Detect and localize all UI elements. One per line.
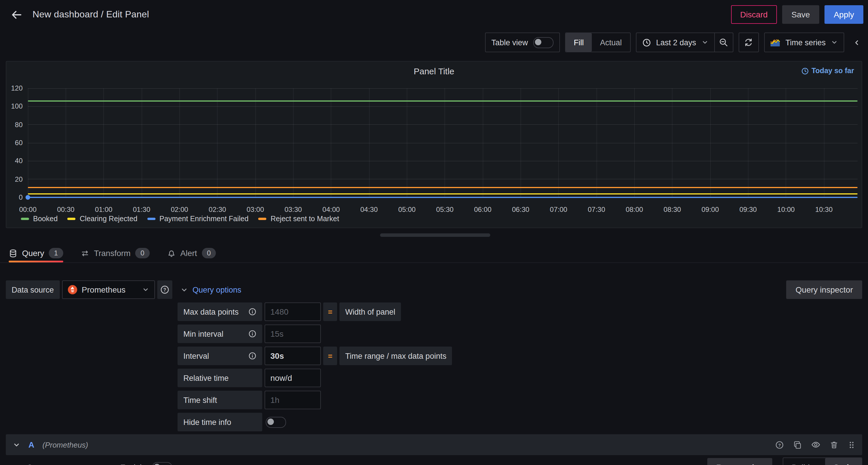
query-patterns-button[interactable]: Query patterns [27, 463, 93, 465]
query-options-header[interactable]: Query options [181, 285, 241, 294]
gridline-x [179, 88, 180, 197]
clock-icon [642, 38, 651, 47]
time-shift-input[interactable] [265, 391, 321, 409]
splitter-drag-handle[interactable] [380, 233, 490, 237]
data-source-help-button[interactable]: ? [157, 281, 172, 299]
table-view-group: Table view [485, 32, 560, 52]
legend-item[interactable]: Clearing Rejected [68, 215, 137, 223]
x-axis-tick-label: 01:30 [133, 205, 150, 214]
query-row-header[interactable]: A (Prometheus) ? [6, 434, 862, 455]
page-title: New dashboard / Edit Panel [32, 9, 149, 20]
gridline-x [558, 88, 559, 197]
discard-button[interactable]: Discard [731, 5, 777, 24]
gridline-x [293, 88, 293, 197]
table-view-toggle[interactable] [533, 37, 554, 48]
relative-time-input[interactable] [265, 369, 321, 387]
hide-time-info-toggle[interactable] [266, 416, 286, 428]
equals-operator: = [323, 302, 337, 321]
grafana-edit-panel: New dashboard / Edit Panel Discard Save … [0, 0, 868, 465]
tab-transform-label: Transform [94, 249, 131, 258]
min-interval-input[interactable] [265, 324, 321, 343]
hide-time-info-row: Hide time info [178, 413, 452, 431]
actual-option[interactable]: Actual [592, 33, 630, 52]
zoom-out-button[interactable] [715, 33, 733, 52]
gridline-x [824, 88, 824, 197]
gridline-x [785, 88, 786, 197]
time-override-label: Today so far [811, 67, 854, 75]
x-axis-tick-label: 05:30 [436, 205, 454, 214]
explain-toggle[interactable] [152, 462, 172, 465]
time-override-link[interactable]: Today so far [801, 67, 854, 75]
series-line-booked [28, 100, 858, 101]
database-icon [9, 249, 18, 258]
gridline-x [672, 88, 673, 197]
svg-text:?: ? [163, 287, 166, 292]
eye-icon[interactable] [811, 440, 820, 449]
series-line-clearing-rejected [28, 193, 858, 194]
gridline-x [141, 88, 142, 197]
copy-icon[interactable] [793, 440, 802, 449]
interval-row: Interval = Time range / max data points [178, 347, 452, 365]
gridline-x [217, 88, 218, 197]
legend-item[interactable]: Payment Enrichment Failed [147, 215, 249, 223]
legend-item[interactable]: Reject sent to Market [258, 215, 339, 223]
x-axis-tick-label: 08:30 [663, 205, 681, 214]
time-range-button[interactable]: Last 2 days [636, 33, 714, 52]
x-axis-tick-label: 05:00 [398, 205, 416, 214]
fill-actual-group: Fill Actual [565, 32, 631, 52]
tab-query-count: 1 [49, 248, 63, 259]
chevron-down-icon [86, 464, 93, 465]
data-source-label: Data source [6, 281, 60, 299]
tab-query[interactable]: Query 1 [9, 244, 63, 262]
builder-option[interactable]: Builder [783, 458, 825, 465]
gridline-y [28, 143, 858, 143]
interval-label-text: Interval [183, 351, 209, 360]
time-range-group: Last 2 days [636, 32, 733, 52]
refresh-group [738, 32, 758, 52]
gridline-y [28, 106, 858, 107]
run-queries-button[interactable]: Run queries [707, 458, 773, 465]
drag-handle-icon[interactable] [848, 440, 855, 449]
clock-icon [801, 67, 809, 75]
y-axis-tick-label: 20 [15, 175, 23, 183]
help-circle-icon: ? [160, 285, 169, 294]
fill-option[interactable]: Fill [566, 33, 592, 52]
x-axis-tick-label: 00:30 [57, 205, 74, 214]
back-button[interactable] [8, 6, 24, 23]
gridline-x [331, 88, 331, 197]
x-axis-tick-label: 09:00 [702, 205, 719, 214]
relative-time-label-text: Relative time [183, 374, 228, 382]
code-option[interactable]: Code [825, 458, 862, 465]
hide-time-info-label-text: Hide time info [183, 418, 231, 427]
gridline-x [255, 88, 256, 197]
query-inspector-button[interactable]: Query inspector [786, 281, 862, 299]
top-bar: New dashboard / Edit Panel Discard Save … [0, 0, 868, 29]
gridline-y [28, 124, 858, 125]
y-axis-tick-label: 60 [15, 139, 23, 147]
time-shift-label-text: Time shift [183, 396, 217, 404]
x-axis-tick-label: 03:30 [285, 205, 302, 214]
refresh-button[interactable] [740, 33, 757, 52]
arrow-left-icon [10, 8, 22, 21]
chart-plot[interactable]: 02040608010012000:0000:3001:0001:3002:00… [28, 88, 858, 197]
interval-input[interactable] [265, 347, 321, 365]
min-interval-label: Min interval [178, 324, 262, 343]
max-data-points-input[interactable] [265, 302, 321, 321]
data-source-picker[interactable]: Prometheus [62, 281, 155, 299]
visualization-picker[interactable]: Time series [764, 32, 844, 52]
zoom-out-icon [719, 38, 728, 47]
x-axis-tick-label: 01:00 [95, 205, 112, 214]
apply-button[interactable]: Apply [825, 5, 863, 24]
x-axis-tick-label: 04:30 [360, 205, 378, 214]
trash-icon[interactable] [830, 440, 838, 449]
collapse-options-pane-button[interactable] [849, 33, 863, 52]
save-button[interactable]: Save [782, 5, 819, 24]
chart-legend: BookedClearing RejectedPayment Enrichmen… [21, 214, 855, 224]
query-options-form: Max data points = Width of panel Min int… [178, 302, 452, 435]
tab-alert[interactable]: Alert 0 [167, 244, 216, 262]
tab-transform[interactable]: Transform 0 [81, 244, 150, 262]
legend-item[interactable]: Booked [21, 215, 58, 223]
help-circle-icon[interactable]: ? [775, 440, 784, 449]
explain-label: Explain [120, 463, 146, 465]
chevron-down-icon[interactable] [13, 441, 20, 448]
